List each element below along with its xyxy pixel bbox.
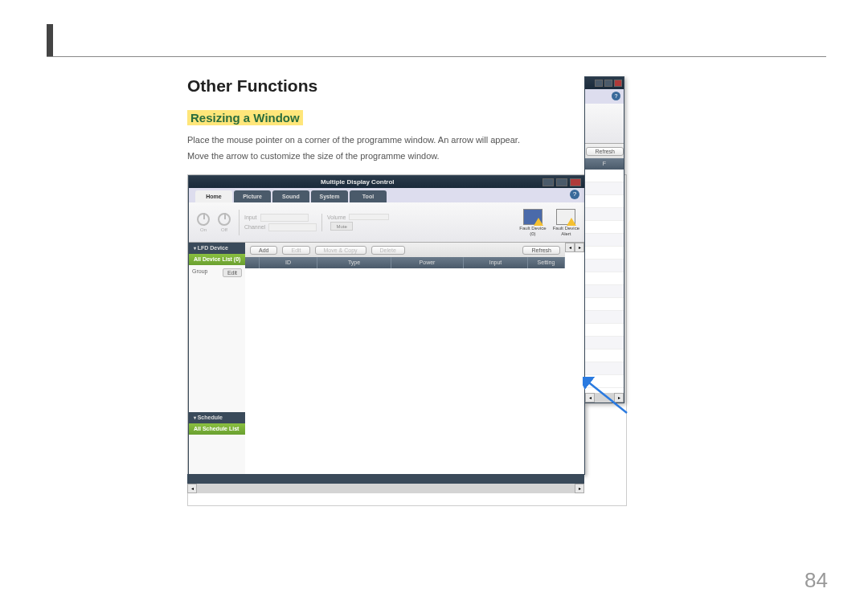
col-input[interactable]: Input [464,257,528,268]
maximize-button[interactable] [604,80,612,87]
minimize-button[interactable] [595,80,603,87]
col-type[interactable]: Type [317,257,391,268]
tab-home[interactable]: Home [195,190,232,202]
section-heading: Other Functions [187,76,826,96]
col-setting[interactable]: Setting [528,257,565,268]
close-button[interactable] [614,80,622,87]
maximize-button[interactable] [556,178,567,186]
sidebar-header-schedule[interactable]: Schedule [189,412,245,423]
minimize-button[interactable] [542,178,554,186]
refresh-button[interactable]: Refresh [522,246,560,255]
col-id[interactable]: ID [260,257,317,268]
power-on-button[interactable]: On [194,210,213,235]
status-bar [187,474,584,484]
instruction-text-1: Place the mouse pointer on a corner of t… [187,133,826,148]
edit-group-button[interactable]: Edit [223,268,242,277]
power-icon [218,213,231,226]
sidebar-header-lfd[interactable]: LFD Device [189,243,245,254]
warning-icon [534,218,543,226]
channel-select[interactable] [268,223,317,231]
sidebar: LFD Device All Device List (0) Group Edi… [189,243,245,475]
channel-label: Channel [244,224,265,230]
add-button[interactable]: Add [250,246,277,255]
edit-button[interactable]: Edit [282,246,309,255]
volume-label: Volume [327,215,346,220]
horizontal-scrollbar[interactable]: ◂ ▸ [565,243,584,252]
instruction-text-2: Move the arrow to customize the size of … [187,149,826,164]
refresh-button[interactable]: Refresh [586,147,624,156]
col-check[interactable] [245,257,260,268]
volume-slider[interactable] [349,214,389,220]
col-power[interactable]: Power [391,257,464,268]
app-window-resized: ? Refresh F ◂▸ [584,76,624,403]
page-number: 84 [805,568,828,593]
tab-picture[interactable]: Picture [234,190,271,202]
titlebar[interactable]: Multiple Display Control [189,176,584,188]
move-copy-button[interactable]: Move & Copy [315,246,366,255]
screenshot-figure: Multiple Display Control Home Picture So… [187,174,627,506]
help-button[interactable]: ? [570,190,579,199]
tab-sound[interactable]: Sound [272,190,309,202]
tab-system[interactable]: System [311,190,348,202]
table-header: ID Type Power Input Setting [245,257,565,268]
mute-button[interactable]: Mute [330,222,353,231]
sidebar-item-all-devices[interactable]: All Device List (0) [189,254,245,265]
scroll-left-button[interactable]: ◂ [565,243,575,252]
window-title: Multiple Display Control [321,178,395,186]
group-label: Group [192,268,207,274]
close-button[interactable] [570,178,581,186]
toolbar: On Off Input Channel Volume Mute [189,202,584,243]
delete-button[interactable]: Delete [371,246,405,255]
sidebar-item-all-schedule[interactable]: All Schedule List [189,423,245,435]
fault-alert-button[interactable]: Fault Device Alert [553,209,579,236]
scroll-right-button[interactable]: ▸ [575,243,584,252]
horizontal-scrollbar[interactable]: ◂▸ [585,393,624,403]
input-select[interactable] [260,214,309,222]
fault-device-button[interactable]: Fault Device (0) [519,209,546,236]
power-off-button[interactable]: Off [215,210,234,235]
input-label: Input [244,215,257,220]
col-header-f[interactable]: F [585,158,624,170]
subsection-heading: Resizing a Window [187,110,303,125]
app-window-main: Multiple Display Control Home Picture So… [188,175,585,475]
help-button[interactable]: ? [612,92,620,100]
power-icon [197,213,210,226]
outer-scrollbar[interactable]: ◂▸ [187,484,584,493]
titlebar[interactable] [585,77,624,89]
warning-icon [567,218,576,226]
tab-tool[interactable]: Tool [350,190,387,202]
